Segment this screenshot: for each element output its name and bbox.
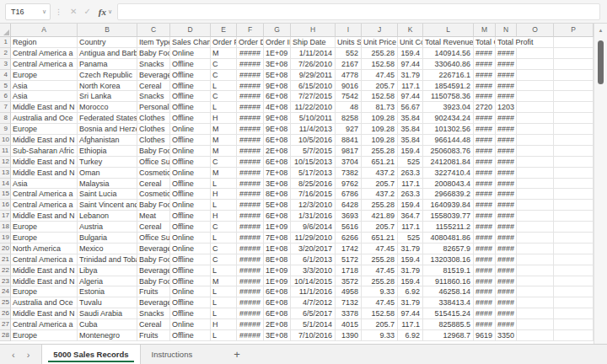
cell[interactable]: 5/10/2011 <box>291 113 336 124</box>
cell[interactable]: 5/17/2013 <box>291 168 336 179</box>
cell[interactable]: Europe <box>11 124 78 135</box>
cell[interactable] <box>554 265 594 276</box>
cell[interactable]: 6E+08 <box>264 297 291 308</box>
cell[interactable]: 140914.56 <box>423 48 474 59</box>
cell[interactable]: C <box>211 91 237 102</box>
cell[interactable]: 47.45 <box>362 70 398 81</box>
cell[interactable]: Online <box>170 200 211 211</box>
cell[interactable]: Middle East and N <box>11 211 78 222</box>
cell[interactable]: ##### <box>237 102 264 113</box>
cell[interactable]: #### <box>474 146 496 157</box>
cell[interactable] <box>554 135 594 146</box>
cell[interactable]: Saint Lucia <box>78 189 137 200</box>
cell[interactable]: Online <box>170 168 211 179</box>
column-header-N[interactable]: N <box>496 24 517 37</box>
cell[interactable]: Central America a <box>11 48 78 59</box>
cell[interactable]: ##### <box>237 135 264 146</box>
row-header-18[interactable]: 18 <box>0 222 11 233</box>
cell[interactable]: 825885.5 <box>423 319 474 330</box>
cell[interactable]: #### <box>496 211 517 222</box>
cell[interactable]: 5E+08 <box>264 70 291 81</box>
row-header-9[interactable]: 9 <box>0 124 11 135</box>
cell[interactable]: 5/7/2015 <box>291 146 336 157</box>
cell[interactable] <box>517 135 554 146</box>
cell[interactable]: 101302.56 <box>423 124 474 135</box>
cell[interactable]: 902434.24 <box>423 113 474 124</box>
cell[interactable]: #### <box>496 59 517 70</box>
cell[interactable]: #### <box>474 168 496 179</box>
cell[interactable]: 205.7 <box>362 81 398 92</box>
cell[interactable]: 6/15/2010 <box>291 81 336 92</box>
cell[interactable]: L <box>211 286 237 297</box>
cell[interactable]: Malaysia <box>78 179 137 190</box>
row-header-14[interactable]: 14 <box>0 179 11 190</box>
cell[interactable]: 1203 <box>496 102 517 113</box>
row-header-17[interactable]: 17 <box>0 211 11 222</box>
cell[interactable]: #### <box>496 254 517 265</box>
cell[interactable]: M <box>211 276 237 287</box>
cell[interactable]: Office Sup <box>137 233 170 244</box>
cell[interactable]: #### <box>474 91 496 102</box>
cell[interactable]: Bulgaria <box>78 233 137 244</box>
cell[interactable] <box>517 330 554 341</box>
cell[interactable]: 117.1 <box>398 222 423 233</box>
cell[interactable]: 1155211.2 <box>423 222 474 233</box>
cell[interactable]: 3/3/2010 <box>291 265 336 276</box>
cell[interactable]: Snacks <box>137 308 170 319</box>
cell[interactable]: Libya <box>78 265 137 276</box>
cell[interactable]: 5E+08 <box>264 200 291 211</box>
row-header-28[interactable]: 28 <box>0 330 11 341</box>
cell[interactable]: 7E+08 <box>264 168 291 179</box>
cell[interactable]: 3350 <box>496 330 517 341</box>
cell[interactable]: Middle East and N <box>11 102 78 113</box>
cell[interactable]: Fruits <box>137 330 170 341</box>
cell[interactable]: 3E+08 <box>264 330 291 341</box>
cell[interactable]: ##### <box>237 81 264 92</box>
column-header-C[interactable]: C <box>137 24 170 37</box>
cell[interactable]: Central America a <box>11 200 78 211</box>
cell[interactable]: 6E+08 <box>264 91 291 102</box>
header-cell[interactable]: Ship Date <box>291 37 336 48</box>
cell[interactable]: 1854591.2 <box>423 81 474 92</box>
cell[interactable]: 97.44 <box>398 91 423 102</box>
cell[interactable]: Antigua and Barbu <box>78 48 137 59</box>
cell[interactable]: ##### <box>237 146 264 157</box>
cell[interactable]: #### <box>474 233 496 244</box>
cell[interactable]: Saudi Arabia <box>78 308 137 319</box>
cell[interactable]: Montenegro <box>78 330 137 341</box>
cell[interactable]: M <box>211 168 237 179</box>
cell[interactable]: Ethiopia <box>78 146 137 157</box>
cell[interactable] <box>517 70 554 81</box>
cell[interactable]: #### <box>496 297 517 308</box>
cell[interactable]: 966144.48 <box>423 135 474 146</box>
cell[interactable]: Cereal <box>137 222 170 233</box>
cell[interactable]: Offline <box>170 189 211 200</box>
cell[interactable]: Central America a <box>11 319 78 330</box>
cell[interactable]: Offline <box>170 265 211 276</box>
cell[interactable]: 2720 <box>474 102 496 113</box>
cell[interactable]: 205.7 <box>362 222 398 233</box>
cell[interactable]: #### <box>496 81 517 92</box>
cell[interactable]: Online <box>170 286 211 297</box>
cell[interactable] <box>517 222 554 233</box>
cell[interactable]: ##### <box>237 254 264 265</box>
cell[interactable]: 4958 <box>336 286 362 297</box>
cell[interactable]: Asia <box>11 81 78 92</box>
cell[interactable]: C <box>211 157 237 168</box>
cell[interactable]: 11/4/2013 <box>291 124 336 135</box>
cell[interactable]: ##### <box>237 233 264 244</box>
cell[interactable]: 3E+08 <box>264 59 291 70</box>
cell[interactable]: 159.4 <box>398 254 423 265</box>
cell[interactable] <box>554 211 594 222</box>
cell[interactable]: 255.28 <box>362 48 398 59</box>
cell[interactable]: 2E+08 <box>264 146 291 157</box>
cell[interactable]: 226716.1 <box>423 70 474 81</box>
cell[interactable]: Saint Vincent and <box>78 200 137 211</box>
cell[interactable] <box>554 189 594 200</box>
cell[interactable]: 159.4 <box>398 200 423 211</box>
column-header-E[interactable]: E <box>211 24 237 37</box>
cell[interactable]: 3227410.4 <box>423 168 474 179</box>
cell[interactable] <box>554 157 594 168</box>
tab-instructions[interactable]: Instructions <box>141 345 204 364</box>
row-header-20[interactable]: 20 <box>0 244 11 254</box>
